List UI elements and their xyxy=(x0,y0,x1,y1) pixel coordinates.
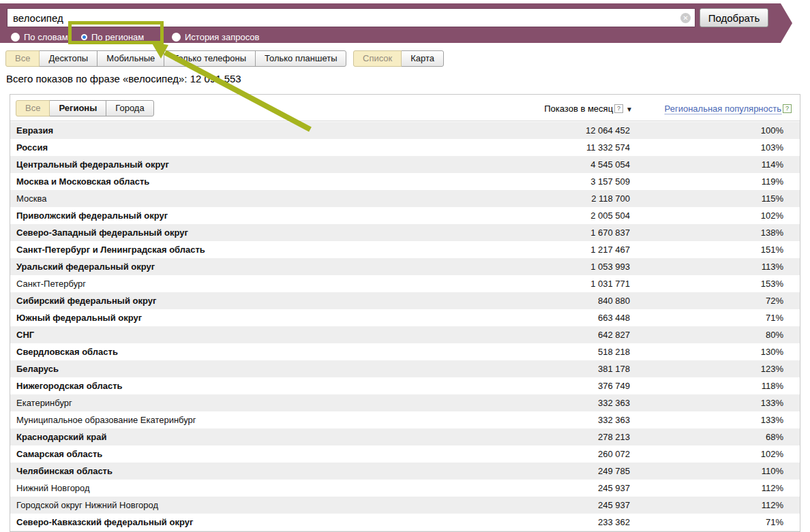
impressions-value: 663 448 xyxy=(598,309,630,326)
table-row: Нижегородская область376 749118% xyxy=(10,377,800,394)
device-tabs: ВсеДесктопыМобильныеТолько телефоныТольк… xyxy=(5,50,346,67)
total-impressions-label: Всего показов по фразе «велосипед»: xyxy=(6,73,187,84)
view-tabs: СписокКарта xyxy=(353,50,444,67)
clear-icon[interactable]: ✕ xyxy=(680,13,691,23)
help-icon[interactable]: ? xyxy=(783,104,792,113)
scope-tab-1[interactable]: Все xyxy=(16,100,50,116)
popularity-value: 110% xyxy=(762,463,783,480)
device-tab-5[interactable]: Только планшеты xyxy=(255,50,346,67)
popularity-value: 68% xyxy=(766,428,783,445)
search-bar: ✕ Подобрать По словамПо регионамИстория … xyxy=(0,3,781,43)
region-name: Челябинская область xyxy=(16,463,112,480)
impressions-value: 332 363 xyxy=(598,411,630,428)
search-mode-label: История запросов xyxy=(185,32,260,42)
region-name: Екатеринбург xyxy=(16,394,72,411)
view-tab-2[interactable]: Карта xyxy=(401,50,444,67)
region-name: Россия xyxy=(16,139,48,156)
search-mode-label: По словам xyxy=(24,32,68,42)
impressions-label: Показов в месяц xyxy=(544,104,613,114)
table-row: Сибирский федеральный округ840 88072% xyxy=(10,292,800,309)
popularity-value: 130% xyxy=(761,343,783,360)
impressions-value: 233 362 xyxy=(598,514,630,531)
table-row: Южный федеральный округ663 44871% xyxy=(10,309,800,326)
popularity-value: 103% xyxy=(761,139,783,156)
table-row: Самарская область260 072102% xyxy=(10,445,800,463)
radio-icon[interactable] xyxy=(172,33,181,42)
table-row: Евразия12 064 452100% xyxy=(10,122,800,139)
table-row: Санкт-Петербург1 031 771153% xyxy=(10,275,800,292)
region-name: СНГ xyxy=(16,326,34,343)
table-rows: Евразия12 064 452100%Россия11 332 574103… xyxy=(10,122,800,532)
popularity-value: 71% xyxy=(766,309,783,326)
scope-tab-2[interactable]: Регионы xyxy=(49,100,106,116)
impressions-value: 245 937 xyxy=(598,497,630,514)
table-row: СНГ642 82780% xyxy=(10,326,800,343)
region-name: Свердловская область xyxy=(16,343,118,360)
popularity-link[interactable]: Региональная популярность xyxy=(665,104,781,114)
table-row: Северо-Кавказский федеральный округ233 3… xyxy=(10,514,800,531)
popularity-value: 112% xyxy=(762,480,783,497)
table-row: Челябинская область249 785110% xyxy=(10,463,800,480)
table-row: Екатеринбург332 363133% xyxy=(10,394,800,411)
impressions-value: 518 218 xyxy=(598,343,630,360)
region-name: Северо-Западный федеральный округ xyxy=(16,224,188,241)
popularity-value: 123% xyxy=(761,360,783,377)
popularity-value: 114% xyxy=(762,156,783,173)
table-row: Беларусь381 178123% xyxy=(10,360,800,377)
column-header-popularity: Региональная популярность? xyxy=(665,104,792,114)
region-name: Северо-Кавказский федеральный округ xyxy=(16,514,193,531)
popularity-value: 153% xyxy=(761,275,783,292)
device-tab-4[interactable]: Только телефоны xyxy=(164,50,256,67)
search-mode-1[interactable]: По словам xyxy=(11,32,68,42)
search-input[interactable] xyxy=(7,8,695,27)
view-tab-1[interactable]: Список xyxy=(353,50,402,67)
scope-tab-3[interactable]: Города xyxy=(106,100,153,116)
region-name: Краснодарский край xyxy=(16,428,106,445)
search-mode-2[interactable]: По регионам xyxy=(81,32,144,42)
region-name: Москва и Московская область xyxy=(16,173,149,190)
table-row: Муниципальное образование Екатеринбург33… xyxy=(10,411,800,428)
region-name: Санкт-Петербург xyxy=(16,275,86,292)
region-name: Санкт-Петербург и Ленинградская область xyxy=(16,241,205,258)
region-name: Уральский федеральный округ xyxy=(16,258,155,275)
search-mode-label: По регионам xyxy=(91,32,144,42)
table-row: Свердловская область518 218130% xyxy=(10,343,800,360)
submit-button[interactable]: Подобрать xyxy=(700,8,768,27)
total-impressions-value: 12 091 553 xyxy=(190,73,241,84)
popularity-value: 112% xyxy=(762,497,783,514)
results-panel: ВсеРегионыГорода Показов в месяц?▼ Регио… xyxy=(10,94,800,532)
table-row: Центральный федеральный округ4 545 05411… xyxy=(10,156,800,173)
popularity-value: 71% xyxy=(766,514,783,531)
popularity-value: 100% xyxy=(761,122,783,139)
region-name: Сибирский федеральный округ xyxy=(16,292,156,309)
region-name: Приволжский федеральный округ xyxy=(16,207,168,224)
sort-desc-icon[interactable]: ▼ xyxy=(626,106,633,113)
impressions-value: 1 031 771 xyxy=(590,275,630,292)
search-mode-3[interactable]: История запросов xyxy=(172,32,260,42)
device-tab-1[interactable]: Все xyxy=(5,50,40,67)
impressions-value: 3 157 509 xyxy=(590,173,630,190)
impressions-value: 249 785 xyxy=(598,463,630,480)
device-tab-3[interactable]: Мобильные xyxy=(97,50,164,67)
region-name: Евразия xyxy=(16,122,53,139)
radio-selected-icon[interactable] xyxy=(81,34,87,40)
popularity-value: 102% xyxy=(761,207,783,224)
region-name: Южный федеральный округ xyxy=(16,309,142,326)
popularity-value: 133% xyxy=(761,394,783,411)
impressions-value: 376 749 xyxy=(598,377,630,394)
popularity-value: 133% xyxy=(761,411,783,428)
results-header: ВсеРегионыГорода Показов в месяц?▼ Регио… xyxy=(10,95,800,121)
impressions-value: 1 053 993 xyxy=(590,258,630,275)
table-row: Городской округ Нижний Новгород245 93711… xyxy=(10,497,800,514)
popularity-value: 119% xyxy=(762,173,783,190)
impressions-value: 2 118 700 xyxy=(591,190,630,207)
radio-icon[interactable] xyxy=(11,33,20,42)
table-row: Приволжский федеральный округ2 005 50410… xyxy=(10,207,800,224)
region-name: Нижегородская область xyxy=(16,377,123,394)
device-tab-2[interactable]: Десктопы xyxy=(39,50,97,67)
impressions-value: 278 213 xyxy=(598,428,630,445)
region-name: Городской округ Нижний Новгород xyxy=(16,497,158,514)
help-icon[interactable]: ? xyxy=(614,104,623,113)
table-row: Санкт-Петербург и Ленинградская область1… xyxy=(10,241,800,258)
impressions-value: 245 937 xyxy=(598,480,630,497)
